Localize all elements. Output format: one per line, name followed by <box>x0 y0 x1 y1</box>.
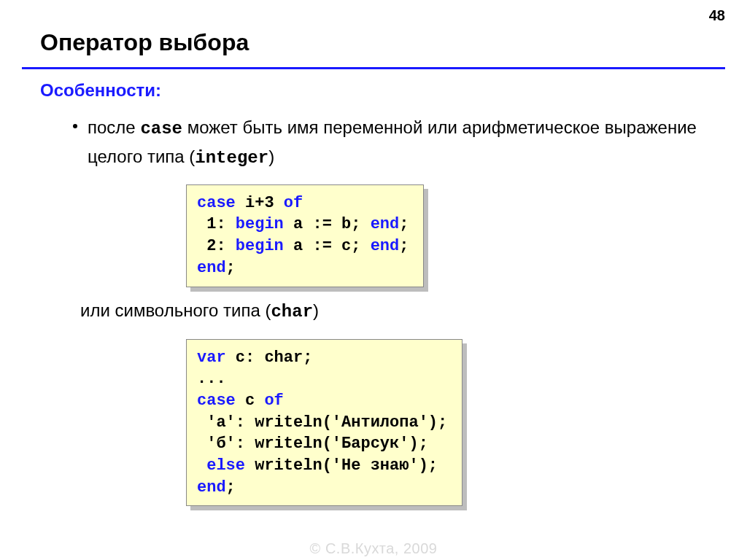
code-line: end; <box>197 257 409 279</box>
code: writeln('Не знаю'); <box>245 456 438 475</box>
bullet-text: после case может быть имя переменной или… <box>88 114 707 173</box>
footer-credit: © С.В.Кухта, 2009 <box>0 540 747 557</box>
code: ; <box>226 478 236 497</box>
section-label: Особенности: <box>40 80 707 101</box>
code-line: end; <box>197 477 447 499</box>
code-line: case c of <box>197 390 447 412</box>
code-box: case i+3 of 1: begin a := b; end; 2: beg… <box>186 184 424 287</box>
code-block-2: var c: char; ... case c of 'а': writeln(… <box>186 339 462 507</box>
code-block-1: case i+3 of 1: begin a := b; end; 2: beg… <box>186 184 424 287</box>
text: ) <box>313 300 319 320</box>
page-number: 48 <box>709 7 725 24</box>
code-line: else writeln('Не знаю'); <box>197 455 447 477</box>
code: ... <box>197 370 226 388</box>
kw: begin <box>236 215 284 233</box>
code-line: 2: begin a := c; end; <box>197 236 409 257</box>
kw: of <box>264 392 283 410</box>
kw: end <box>197 478 226 497</box>
code: 1: <box>197 215 236 233</box>
slide-title: Оператор выбора <box>40 29 249 56</box>
text: после <box>88 117 140 137</box>
kw: end <box>197 259 226 277</box>
keyword-char: char <box>271 302 313 322</box>
content-area: Особенности: после case может быть имя п… <box>40 80 707 515</box>
code: c: char; <box>226 349 313 367</box>
kw: of <box>284 194 303 212</box>
code: i+3 <box>236 194 284 212</box>
code: 'б': writeln('Барсук'); <box>197 435 428 453</box>
code-line: 'а': writeln('Антилопа'); <box>197 412 447 434</box>
code: ; <box>399 215 409 233</box>
title-rule <box>22 67 725 69</box>
code <box>197 456 206 475</box>
bullet-item: после case может быть имя переменной или… <box>73 114 707 173</box>
kw: begin <box>236 237 284 255</box>
code-line: case i+3 of <box>197 192 409 214</box>
keyword-integer: integer <box>195 148 268 168</box>
keyword-case: case <box>140 119 182 139</box>
code: 2: <box>197 237 236 255</box>
code: a := b; <box>284 215 371 233</box>
sub-text: или символьного типа (char) <box>80 300 707 322</box>
bullet-dot-icon <box>73 124 77 128</box>
code: 'а': writeln('Антилопа'); <box>197 413 447 432</box>
kw: end <box>371 215 400 233</box>
text: или символьного типа ( <box>80 300 271 320</box>
code-line: var c: char; <box>197 347 447 369</box>
code: a := c; <box>284 237 371 255</box>
kw: var <box>197 349 226 367</box>
code-line: 1: begin a := b; end; <box>197 214 409 236</box>
text: ) <box>268 147 274 166</box>
code-box: var c: char; ... case c of 'а': writeln(… <box>186 339 462 507</box>
kw: case <box>197 194 236 212</box>
kw: end <box>371 237 400 255</box>
code: ; <box>226 259 236 277</box>
code-line: 'б': writeln('Барсук'); <box>197 433 447 455</box>
kw: case <box>197 392 236 410</box>
code: ; <box>399 237 409 255</box>
code: c <box>236 392 265 410</box>
kw: else <box>206 456 245 475</box>
code-line: ... <box>197 368 447 390</box>
